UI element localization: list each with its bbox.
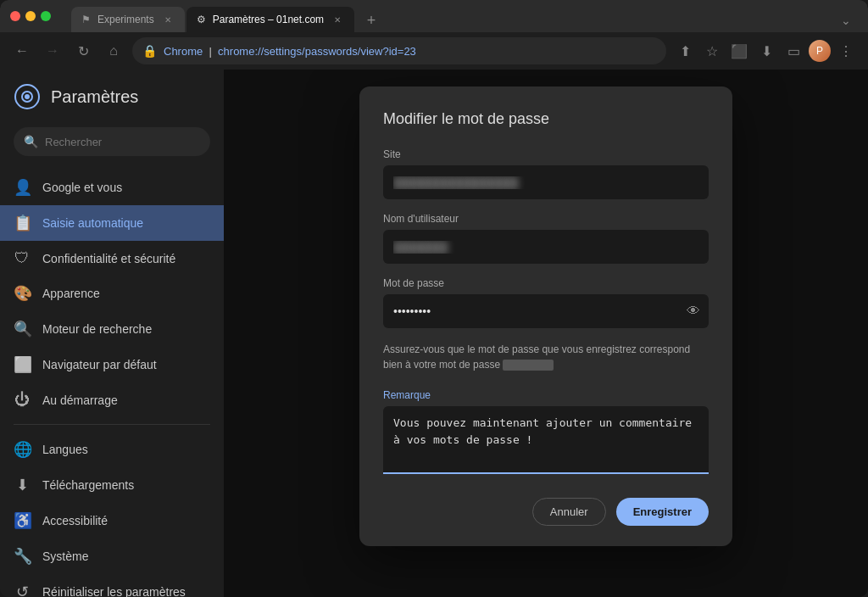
url-path: settings <box>264 45 302 58</box>
sidebar-item-confidentialite-label: Confidentialité et sécurité <box>42 252 175 265</box>
url-prefix: chrome:// <box>218 45 264 58</box>
main-content: Paramètres 🔍 👤 Google et vous 📋 Saisie a… <box>0 70 868 597</box>
forward-button[interactable]: → <box>41 39 64 63</box>
cast-button[interactable]: ▭ <box>782 39 805 63</box>
sidebar-item-demarrage[interactable]: ⏻ Au démarrage <box>0 382 224 417</box>
site-input[interactable] <box>383 165 709 199</box>
sidebar: Paramètres 🔍 👤 Google et vous 📋 Saisie a… <box>0 70 224 597</box>
experiments-tab-icon: ⚑ <box>81 14 91 25</box>
address-input[interactable]: 🔒 Chrome | chrome://settings/passwords/v… <box>132 37 666 64</box>
sidebar-item-accessibilite-label: Accessibilité <box>42 514 108 527</box>
download-button[interactable]: ⬇ <box>754 39 778 63</box>
site-label: Site <box>383 148 709 160</box>
sidebar-item-systeme-label: Système <box>42 550 88 563</box>
shield-icon: 🛡 <box>14 249 31 267</box>
search-box[interactable]: 🔍 <box>14 127 210 156</box>
parametres-tab-label: Paramètres – 01net.com <box>213 14 324 25</box>
parametres-tab-icon: ⚙ <box>197 14 206 25</box>
address-url: Chrome | chrome://settings/passwords/vie… <box>164 45 656 58</box>
password-label: Mot de passe <box>383 277 709 289</box>
tab-experiments[interactable]: ⚑ Experiments ✕ <box>71 7 185 32</box>
paint-icon: 🎨 <box>14 284 31 303</box>
username-input[interactable] <box>383 230 709 264</box>
back-button[interactable]: ← <box>10 39 34 63</box>
site-label: Chrome <box>164 45 203 58</box>
minimize-button[interactable] <box>25 11 36 21</box>
extensions-button[interactable]: ⬛ <box>727 39 751 63</box>
parametres-tab-close[interactable]: ✕ <box>331 13 344 26</box>
save-button[interactable]: Enregistrer <box>616 498 709 526</box>
globe-icon: 🌐 <box>14 440 31 459</box>
sidebar-item-google[interactable]: 👤 Google et vous <box>0 170 224 205</box>
sidebar-item-moteur-label: Moteur de recherche <box>42 322 152 336</box>
url-suffix: /passwords/view?id=23 <box>302 45 416 58</box>
search-icon: 🔍 <box>24 135 38 148</box>
password-input[interactable] <box>383 294 709 328</box>
sidebar-item-reinitialiser[interactable]: ↺ Réinitialiser les paramètres <box>0 574 224 597</box>
dialog-actions: Annuler Enregistrer <box>383 498 709 526</box>
note-input[interactable]: Vous pouvez maintenant ajouter un commen… <box>383 406 709 474</box>
username-label: Nom d'utilisateur <box>383 213 709 225</box>
address-bar: ← → ↻ ⌂ 🔒 Chrome | chrome://settings/pas… <box>0 32 868 70</box>
warning-redacted <box>503 360 554 371</box>
content-area: Modifier le mot de passe Site Nom d'util… <box>224 70 868 597</box>
tab-parametres[interactable]: ⚙ Paramètres – 01net.com ✕ <box>186 7 354 32</box>
svg-point-2 <box>25 94 30 99</box>
download-icon: ⬇ <box>14 476 31 494</box>
sidebar-item-reinitialiser-label: Réinitialiser les paramètres <box>42 585 186 597</box>
dialog-title: Modifier le mot de passe <box>383 110 709 128</box>
password-row: 👁 <box>383 294 709 328</box>
close-button[interactable] <box>10 11 20 21</box>
toolbar-icons: ⬆ ☆ ⬛ ⬇ ▭ P ⋮ <box>673 39 858 63</box>
sidebar-item-systeme[interactable]: 🔧 Système <box>0 538 224 574</box>
sidebar-item-telechargements-label: Téléchargements <box>42 478 134 492</box>
sidebar-item-demarrage-label: Au démarrage <box>42 393 118 407</box>
warning-text: Assurez-vous que le mot de passe que vou… <box>383 342 709 372</box>
sidebar-item-apparence-label: Apparence <box>42 287 100 300</box>
tabs-area: ⚑ Experiments ✕ ⚙ Paramètres – 01net.com… <box>71 0 858 32</box>
profile-avatar[interactable]: P <box>809 40 831 62</box>
cancel-button[interactable]: Annuler <box>532 498 606 526</box>
clipboard-icon: 📋 <box>14 214 31 232</box>
person-icon: 👤 <box>14 178 31 197</box>
sidebar-item-langues[interactable]: 🌐 Langues <box>0 432 224 467</box>
nav-divider-1 <box>14 424 210 425</box>
experiments-tab-label: Experiments <box>97 14 154 25</box>
experiments-tab-close[interactable]: ✕ <box>161 13 175 26</box>
power-icon: ⏻ <box>14 391 31 409</box>
sidebar-item-navigateur-label: Navigateur par défaut <box>42 358 157 371</box>
sidebar-item-langues-label: Langues <box>42 443 88 456</box>
sidebar-item-moteur[interactable]: 🔍 Moteur de recherche <box>0 311 224 347</box>
sidebar-header: Paramètres <box>0 83 224 127</box>
edit-password-dialog: Modifier le mot de passe Site Nom d'util… <box>359 86 732 546</box>
search-input[interactable] <box>45 136 200 148</box>
new-tab-button[interactable]: + <box>359 8 383 32</box>
reset-icon: ↺ <box>14 583 31 597</box>
toggle-password-icon[interactable]: 👁 <box>687 304 700 319</box>
sidebar-item-accessibilite[interactable]: ♿ Accessibilité <box>0 503 224 538</box>
tab-menu-button[interactable]: ⌄ <box>834 8 858 32</box>
security-icon: 🔒 <box>142 44 157 58</box>
note-label: Remarque <box>383 389 709 401</box>
sidebar-item-confidentialite[interactable]: 🛡 Confidentialité et sécurité <box>0 241 224 276</box>
search-engine-icon: 🔍 <box>14 320 31 338</box>
home-button[interactable]: ⌂ <box>102 39 125 63</box>
maximize-button[interactable] <box>41 11 51 21</box>
sidebar-item-saisie[interactable]: 📋 Saisie automatique <box>0 205 224 241</box>
sidebar-item-google-label: Google et vous <box>42 181 122 194</box>
accessibility-icon: ♿ <box>14 511 31 530</box>
sidebar-item-navigateur[interactable]: ⬜ Navigateur par défaut <box>0 347 224 382</box>
dialog-overlay: Modifier le mot de passe Site Nom d'util… <box>224 70 868 597</box>
browser-icon: ⬜ <box>14 355 31 374</box>
sidebar-item-apparence[interactable]: 🎨 Apparence <box>0 276 224 311</box>
sidebar-title: Paramètres <box>51 87 138 107</box>
reload-button[interactable]: ↻ <box>71 39 95 63</box>
wrench-icon: 🔧 <box>14 547 31 566</box>
chrome-menu-button[interactable]: ⋮ <box>834 39 858 63</box>
title-bar: ⚑ Experiments ✕ ⚙ Paramètres – 01net.com… <box>0 0 868 32</box>
share-button[interactable]: ⬆ <box>673 39 697 63</box>
bookmark-button[interactable]: ☆ <box>700 39 724 63</box>
settings-logo <box>14 83 41 110</box>
sidebar-item-telechargements[interactable]: ⬇ Téléchargements <box>0 467 224 503</box>
traffic-lights <box>10 11 51 21</box>
